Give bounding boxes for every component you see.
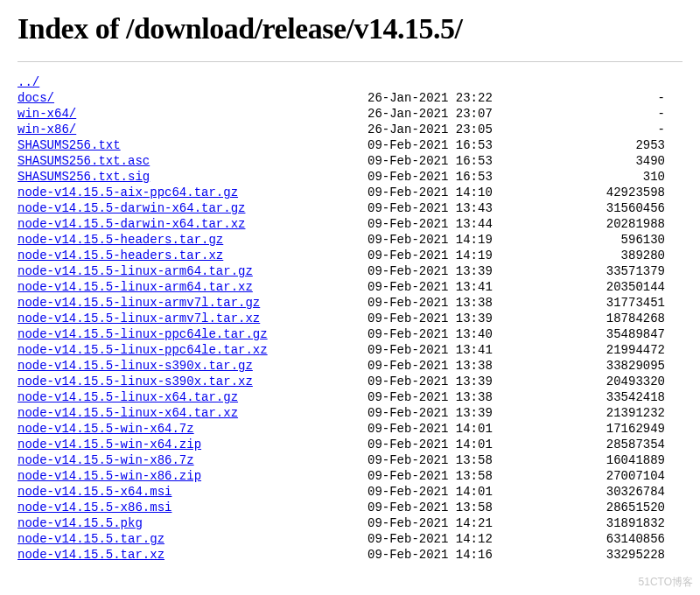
file-link[interactable]: node-v14.15.5-linux-armv7l.tar.gz (18, 296, 260, 310)
file-name-cell: node-v14.15.5-darwin-x64.tar.xz (18, 216, 368, 232)
file-date-cell: 09-Feb-2021 13:58 (368, 468, 516, 484)
file-name-cell: win-x86/ (18, 122, 368, 137)
file-name-cell: node-v14.15.5-linux-x64.tar.gz (18, 389, 368, 405)
file-date-cell: 09-Feb-2021 13:38 (368, 295, 516, 311)
file-link[interactable]: node-v14.15.5-linux-armv7l.tar.xz (18, 312, 260, 326)
file-size-cell: 63140856 (516, 531, 665, 547)
file-link[interactable]: node-v14.15.5-win-x64.zip (18, 438, 201, 452)
file-link[interactable]: SHASUMS256.txt.sig (18, 170, 150, 184)
file-name-cell: node-v14.15.5-linux-arm64.tar.gz (18, 263, 368, 279)
file-name-cell: node-v14.15.5-linux-x64.tar.xz (18, 405, 368, 421)
file-date-cell: 09-Feb-2021 14:16 (368, 547, 516, 563)
file-date-cell: 09-Feb-2021 13:38 (368, 389, 516, 405)
directory-index-page: Index of /download/release/v14.15.5/ ../… (0, 0, 700, 580)
list-item: node-v14.15.5.tar.gz09-Feb-2021 14:12631… (18, 531, 682, 547)
file-size-cell: 42923598 (516, 185, 665, 200)
file-date-cell: 09-Feb-2021 13:39 (368, 263, 516, 279)
file-size-cell: 21391232 (516, 405, 665, 421)
list-item: node-v14.15.5-aix-ppc64.tar.gz09-Feb-202… (18, 185, 682, 200)
file-size-cell: 28587354 (516, 437, 665, 452)
file-name-cell: node-v14.15.5.tar.xz (18, 547, 368, 563)
file-link[interactable]: node-v14.15.5-darwin-x64.tar.gz (18, 201, 245, 215)
file-size-cell: 28651520 (516, 500, 665, 515)
file-date-cell: 09-Feb-2021 13:39 (368, 405, 516, 421)
file-link[interactable]: node-v14.15.5-x64.msi (18, 485, 172, 499)
file-link[interactable]: node-v14.15.5-headers.tar.xz (18, 248, 223, 262)
file-link[interactable]: node-v14.15.5-linux-ppc64le.tar.xz (18, 343, 268, 357)
file-date-cell: 26-Jan-2021 23:05 (368, 122, 516, 137)
file-name-cell: node-v14.15.5-win-x64.zip (18, 437, 368, 452)
file-name-cell: node-v14.15.5-linux-armv7l.tar.xz (18, 311, 368, 326)
list-item: node-v14.15.5-linux-armv7l.tar.gz09-Feb-… (18, 295, 682, 311)
list-item: node-v14.15.5-linux-x64.tar.gz09-Feb-202… (18, 389, 682, 405)
file-name-cell: node-v14.15.5-x86.msi (18, 500, 368, 515)
file-link[interactable]: node-v14.15.5-linux-x64.tar.xz (18, 406, 238, 420)
file-link[interactable]: node-v14.15.5.tar.gz (18, 532, 164, 546)
file-link[interactable]: node-v14.15.5.pkg (18, 516, 143, 530)
parent-dir-link[interactable]: ../ (18, 75, 39, 89)
file-link[interactable]: node-v14.15.5-headers.tar.gz (18, 233, 223, 247)
file-name-cell: node-v14.15.5-aix-ppc64.tar.gz (18, 185, 368, 200)
file-link[interactable]: node-v14.15.5-linux-x64.tar.gz (18, 390, 238, 404)
file-link[interactable]: node-v14.15.5-win-x86.7z (18, 453, 194, 467)
list-item: node-v14.15.5.tar.xz09-Feb-2021 14:16332… (18, 547, 682, 563)
file-link[interactable]: node-v14.15.5-linux-s390x.tar.gz (18, 359, 253, 373)
file-size-cell: - (516, 106, 665, 122)
file-name-cell: node-v14.15.5-linux-s390x.tar.gz (18, 358, 368, 374)
file-link[interactable]: node-v14.15.5-linux-arm64.tar.gz (18, 264, 253, 278)
file-date-cell: 09-Feb-2021 14:01 (368, 421, 516, 437)
list-item: win-x86/26-Jan-2021 23:05- (18, 122, 682, 137)
list-item: node-v14.15.5-linux-arm64.tar.xz09-Feb-2… (18, 279, 682, 295)
list-item: node-v14.15.5-darwin-x64.tar.gz09-Feb-20… (18, 200, 682, 216)
file-link[interactable]: win-x64/ (18, 107, 76, 121)
file-link[interactable]: node-v14.15.5-win-x86.zip (18, 469, 201, 483)
file-date-cell: 26-Jan-2021 23:07 (368, 106, 516, 122)
file-size-cell: 31891832 (516, 515, 665, 531)
file-size-cell: 20493320 (516, 374, 665, 389)
list-item: node-v14.15.5-linux-x64.tar.xz09-Feb-202… (18, 405, 682, 421)
file-size-cell: 35489847 (516, 326, 665, 342)
file-date-cell: 09-Feb-2021 13:38 (368, 358, 516, 374)
list-item: node-v14.15.5-linux-s390x.tar.xz09-Feb-2… (18, 374, 682, 389)
file-date-cell: 09-Feb-2021 16:53 (368, 137, 516, 153)
file-link[interactable]: node-v14.15.5.tar.xz (18, 548, 164, 562)
list-item: node-v14.15.5.pkg09-Feb-2021 14:21318918… (18, 515, 682, 531)
file-size-cell: - (516, 90, 665, 106)
list-item: node-v14.15.5-linux-armv7l.tar.xz09-Feb-… (18, 311, 682, 326)
file-date-cell: 09-Feb-2021 14:19 (368, 232, 516, 248)
file-date-cell: 09-Feb-2021 14:01 (368, 437, 516, 452)
file-link[interactable]: node-v14.15.5-x86.msi (18, 500, 172, 514)
list-item: node-v14.15.5-x64.msi09-Feb-2021 14:0130… (18, 484, 682, 500)
file-date-cell: 09-Feb-2021 13:40 (368, 326, 516, 342)
file-listing: docs/26-Jan-2021 23:22-win-x64/26-Jan-20… (18, 90, 682, 563)
file-size-cell: 20350144 (516, 279, 665, 295)
file-size-cell: - (516, 122, 665, 137)
list-item: SHASUMS256.txt.asc09-Feb-2021 16:533490 (18, 153, 682, 169)
file-size-cell: 16041889 (516, 452, 665, 468)
list-item: node-v14.15.5-x86.msi09-Feb-2021 13:5828… (18, 500, 682, 515)
divider (18, 61, 682, 62)
file-size-cell: 27007104 (516, 468, 665, 484)
file-name-cell: node-v14.15.5-headers.tar.xz (18, 248, 368, 263)
file-link[interactable]: node-v14.15.5-win-x64.7z (18, 422, 194, 436)
file-date-cell: 09-Feb-2021 16:53 (368, 169, 516, 185)
file-size-cell: 310 (516, 169, 665, 185)
file-size-cell: 31560456 (516, 200, 665, 216)
list-item: node-v14.15.5-win-x64.7z09-Feb-2021 14:0… (18, 421, 682, 437)
file-link[interactable]: node-v14.15.5-linux-s390x.tar.xz (18, 374, 253, 388)
file-link[interactable]: node-v14.15.5-linux-arm64.tar.xz (18, 280, 253, 294)
file-link[interactable]: node-v14.15.5-aix-ppc64.tar.gz (18, 186, 238, 200)
list-item: node-v14.15.5-win-x64.zip09-Feb-2021 14:… (18, 437, 682, 452)
file-link[interactable]: SHASUMS256.txt.asc (18, 154, 150, 168)
page-title: Index of /download/release/v14.15.5/ (18, 12, 682, 46)
file-name-cell: SHASUMS256.txt.sig (18, 169, 368, 185)
file-size-cell: 3490 (516, 153, 665, 169)
file-size-cell: 21994472 (516, 342, 665, 358)
file-link[interactable]: node-v14.15.5-darwin-x64.tar.xz (18, 217, 245, 231)
file-link[interactable]: win-x86/ (18, 122, 76, 136)
file-link[interactable]: docs/ (18, 91, 54, 105)
file-link[interactable]: SHASUMS256.txt (18, 138, 121, 152)
list-item: node-v14.15.5-linux-ppc64le.tar.gz09-Feb… (18, 326, 682, 342)
file-link[interactable]: node-v14.15.5-linux-ppc64le.tar.gz (18, 327, 268, 341)
file-date-cell: 09-Feb-2021 13:43 (368, 200, 516, 216)
